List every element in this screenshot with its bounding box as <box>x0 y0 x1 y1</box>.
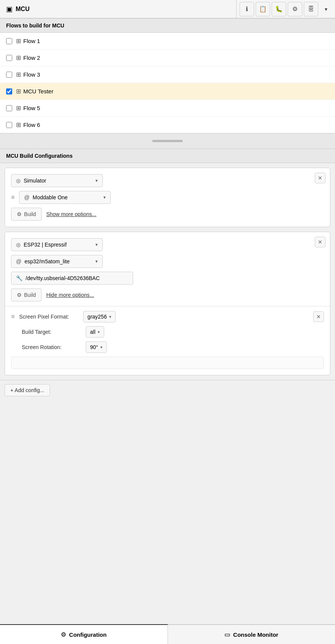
mcutester-checkbox[interactable] <box>6 88 12 95</box>
flow6-checkbox[interactable] <box>6 122 12 128</box>
config2-target-dropdown[interactable]: @ esp32/m5atom_lite ▾ <box>11 255 103 268</box>
config1-platform-dropdown[interactable]: ◎ Simulator ▾ <box>11 174 103 187</box>
config2-build-target-dropdown[interactable]: all ▾ <box>86 326 104 338</box>
config2-build-target-row: Build Target: all ▾ <box>11 326 324 338</box>
config2-build-button[interactable]: ⚙ Build <box>11 288 42 301</box>
config2-separator <box>5 306 330 306</box>
config2-port-row: 🔧 /dev/tty.usbserial-4D52636BAC <box>11 272 324 285</box>
config1-build-button[interactable]: ⚙ Build <box>11 208 42 221</box>
config2-build-gear-icon: ⚙ <box>17 292 22 298</box>
config2-screen-pixel-label: Screen Pixel Format: <box>19 314 80 320</box>
config2-extended-remove-button[interactable]: ✕ <box>313 311 324 322</box>
config2-port-icon: 🔧 <box>16 275 23 281</box>
config2-port-input[interactable]: 🔧 /dev/tty.usbserial-4D52636BAC <box>11 272 133 285</box>
config1-platform-icon: ◎ <box>16 178 21 184</box>
config-section: ✕ ◎ Simulator ▾ ≡ @ Moddable One ▾ ⚙ Bui… <box>0 163 335 624</box>
debug-button[interactable]: 🐛 <box>272 2 286 16</box>
bottom-bar: ⚙ Configuration ▭ Console Monitor <box>0 624 335 644</box>
config1-remove-button[interactable]: ✕ <box>315 173 325 183</box>
notebook-button[interactable]: 📋 <box>256 2 270 16</box>
config2-build-target-chevron: ▾ <box>98 330 100 335</box>
config2-screen-pixel-row: ≡ Screen Pixel Format: gray256 ▾ ✕ <box>11 311 324 322</box>
config2-platform-chevron: ▾ <box>95 242 98 247</box>
flow6-label: Flow 6 <box>23 122 40 128</box>
config1-platform-row: ◎ Simulator ▾ <box>11 174 324 187</box>
config2-target-icon: @ <box>16 258 21 264</box>
flow5-label: Flow 5 <box>23 105 40 111</box>
config2-screen-pixel-value: gray256 <box>87 314 107 320</box>
flow-item-flow2[interactable]: ⊞ Flow 2 <box>0 50 335 66</box>
flow1-label: Flow 1 <box>23 38 40 44</box>
mcutester-icon: ⊞ <box>16 88 21 95</box>
tab-configuration[interactable]: ⚙ Configuration <box>0 624 168 644</box>
build-section-header: MCU Build Configurations <box>0 149 335 163</box>
config1-platform-label: Simulator <box>24 178 95 184</box>
console-tab-icon: ▭ <box>224 631 230 638</box>
flow6-icon: ⊞ <box>16 121 21 128</box>
mcutester-label: MCU Tester <box>23 88 53 95</box>
flow1-checkbox[interactable] <box>6 38 12 44</box>
config2-more-options-link[interactable]: Hide more options... <box>46 292 94 298</box>
config1-target-chevron: ▾ <box>103 195 106 200</box>
config2-drag-handle[interactable]: ≡ <box>11 313 14 320</box>
config2-platform-icon: ◎ <box>16 242 21 248</box>
configuration-tab-label: Configuration <box>69 631 106 638</box>
settings-button[interactable]: ⚙ <box>288 2 302 16</box>
config-card-1: ✕ ◎ Simulator ▾ ≡ @ Moddable One ▾ ⚙ Bui… <box>5 168 330 227</box>
config2-screen-rotation-label: Screen Rotation: <box>22 344 83 350</box>
title-bar-left: ▣ MCU <box>0 0 237 18</box>
flow5-icon: ⊞ <box>16 104 21 112</box>
config2-platform-dropdown[interactable]: ◎ ESP32 | Espressif ▾ <box>11 238 103 251</box>
flow-item-mcutester[interactable]: ⊞ MCU Tester <box>0 83 335 100</box>
flows-section-header: Flows to build for MCU <box>0 18 335 33</box>
config2-screen-rotation-value: 90° <box>90 344 98 350</box>
database-button[interactable]: 🗄 <box>304 2 318 16</box>
flow2-label: Flow 2 <box>23 54 40 61</box>
flow-item-flow1[interactable]: ⊞ Flow 1 <box>0 33 335 50</box>
flow-item-flow3[interactable]: ⊞ Flow 3 <box>0 66 335 83</box>
config1-more-options-link[interactable]: Show more options... <box>46 211 97 217</box>
add-config-bar: + Add config... <box>0 380 335 400</box>
configuration-tab-icon: ⚙ <box>61 631 66 638</box>
flow1-icon: ⊞ <box>16 37 21 45</box>
config2-target-label: esp32/m5atom_lite <box>24 258 95 264</box>
flow2-icon: ⊞ <box>16 54 21 61</box>
config2-screen-pixel-chevron: ▾ <box>109 314 111 319</box>
config2-extra-row <box>11 357 324 369</box>
config2-screen-rotation-dropdown[interactable]: 90° ▾ <box>86 341 107 353</box>
add-config-button[interactable]: + Add config... <box>5 384 50 396</box>
config2-build-target-value: all <box>90 329 95 335</box>
config1-target-icon: @ <box>24 194 29 200</box>
flow5-checkbox[interactable] <box>6 105 12 111</box>
console-tab-label: Console Monitor <box>233 631 278 638</box>
config1-platform-chevron: ▾ <box>95 178 98 183</box>
config2-platform-label: ESP32 | Espressif <box>24 242 95 248</box>
title-bar-title: MCU <box>16 6 29 13</box>
config2-screen-rotation-row: Screen Rotation: 90° ▾ <box>11 341 324 353</box>
config2-build-row: ⚙ Build Hide more options... <box>11 288 324 301</box>
config2-screen-rotation-chevron: ▾ <box>100 345 103 350</box>
config2-screen-pixel-dropdown[interactable]: gray256 ▾ <box>83 311 116 322</box>
flow2-checkbox[interactable] <box>6 55 12 61</box>
config-card-2: ✕ ◎ ESP32 | Espressif ▾ @ esp32/m5atom_l… <box>5 232 330 375</box>
more-dropdown-button[interactable]: ▾ <box>320 2 332 16</box>
config1-drag-handle[interactable]: ≡ <box>11 194 14 201</box>
config2-platform-row: ◎ ESP32 | Espressif ▾ <box>11 238 324 251</box>
config1-target-row: ≡ @ Moddable One ▾ <box>11 191 324 204</box>
config1-build-label: Build <box>24 211 36 217</box>
scroll-area <box>0 133 335 149</box>
config2-remove-button[interactable]: ✕ <box>315 237 325 247</box>
config1-build-row: ⚙ Build Show more options... <box>11 208 324 221</box>
flows-list: ⊞ Flow 1 ⊞ Flow 2 ⊞ Flow 3 ⊞ MCU Tester … <box>0 33 335 133</box>
flow-item-flow6[interactable]: ⊞ Flow 6 <box>0 117 335 133</box>
scroll-bar <box>152 140 183 142</box>
config1-target-dropdown[interactable]: @ Moddable One ▾ <box>19 191 111 204</box>
flow3-checkbox[interactable] <box>6 72 12 78</box>
flow3-label: Flow 3 <box>23 71 40 78</box>
flow-item-flow5[interactable]: ⊞ Flow 5 <box>0 100 335 117</box>
tab-console-monitor[interactable]: ▭ Console Monitor <box>168 625 335 644</box>
config2-target-row: @ esp32/m5atom_lite ▾ <box>11 255 324 268</box>
config2-build-label: Build <box>24 292 36 298</box>
config2-build-target-label: Build Target: <box>22 329 83 335</box>
info-button[interactable]: ℹ <box>240 2 254 16</box>
